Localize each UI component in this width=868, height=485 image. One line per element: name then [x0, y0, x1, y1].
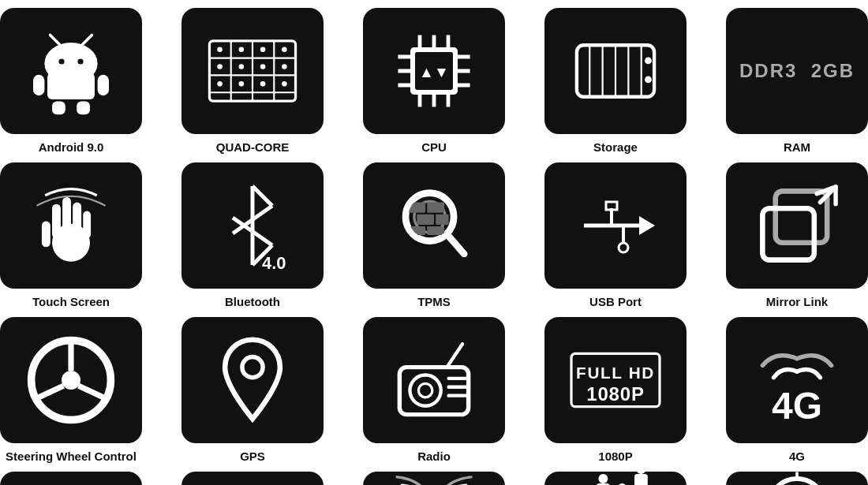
feature-row4-4 — [537, 472, 694, 485]
feature-ram: DDR3 2GB RAM — [718, 8, 868, 155]
svg-rect-80 — [776, 191, 827, 242]
feature-1080p: FULL HD 1080P 1080P — [537, 317, 694, 464]
svg-point-19 — [260, 47, 266, 52]
svg-point-20 — [282, 47, 287, 52]
svg-line-5 — [82, 35, 92, 44]
feature-4g: 4G 4G — [718, 317, 868, 464]
feature-steering-wheel: Steering Wheel Control — [0, 317, 150, 464]
svg-point-2 — [58, 58, 64, 64]
cpu-label: CPU — [421, 140, 447, 155]
svg-rect-81 — [762, 208, 814, 259]
row4-4-icon-box — [544, 472, 687, 485]
radio-icon-box — [363, 317, 505, 443]
svg-point-116 — [636, 472, 645, 474]
svg-text:FULL HD: FULL HD — [576, 364, 655, 382]
svg-point-79 — [619, 243, 628, 252]
svg-point-27 — [260, 81, 266, 87]
1080p-label: 1080P — [598, 450, 632, 464]
svg-rect-56 — [73, 203, 81, 239]
touch-screen-icon-box — [0, 162, 142, 289]
svg-point-86 — [62, 371, 80, 390]
android-label: Android 9.0 — [39, 140, 104, 155]
feature-tpms: TPMS — [355, 162, 513, 309]
svg-point-26 — [239, 81, 245, 87]
svg-line-97 — [447, 344, 462, 367]
svg-point-114 — [598, 474, 608, 483]
feature-row4-2 — [174, 472, 331, 485]
ram-text: DDR3 2GB — [739, 58, 855, 83]
svg-point-117 — [769, 479, 825, 485]
svg-point-3 — [77, 58, 83, 64]
row4-2-icon-box — [181, 472, 324, 485]
svg-rect-70 — [417, 215, 434, 225]
svg-rect-112 — [634, 474, 648, 485]
svg-point-17 — [217, 47, 223, 52]
android-icon-box — [0, 8, 142, 134]
svg-rect-9 — [77, 101, 90, 114]
feature-quad-core: QUAD-CORE — [174, 8, 331, 155]
steering-wheel-label: Steering Wheel Control — [6, 450, 137, 464]
svg-point-25 — [217, 81, 223, 87]
svg-text:1080P: 1080P — [586, 383, 644, 405]
svg-rect-1 — [47, 73, 95, 99]
storage-icon-box — [544, 8, 687, 134]
cpu-icon-box: ▲▼ — [363, 8, 505, 134]
feature-cpu: ▲▼ CPU — [355, 8, 513, 155]
quad-core-label: QUAD-CORE — [216, 140, 290, 155]
feature-row4-5 — [718, 472, 868, 485]
svg-line-89 — [79, 386, 107, 399]
feature-storage: Storage — [537, 8, 694, 155]
svg-line-4 — [51, 35, 60, 44]
usb-port-icon-box — [544, 162, 687, 289]
svg-point-24 — [282, 64, 287, 69]
feature-android: Android 9.0 — [0, 8, 150, 155]
svg-rect-8 — [52, 101, 65, 114]
feature-radio: Radio — [355, 317, 513, 464]
gps-label: GPS — [240, 450, 265, 464]
row4-5-icon-box — [726, 472, 868, 485]
svg-text:4G: 4G — [772, 385, 822, 427]
svg-point-50 — [645, 58, 652, 65]
svg-marker-75 — [639, 216, 655, 235]
4g-label: 4G — [789, 450, 805, 464]
4g-icon-box: 4G — [726, 317, 868, 443]
svg-rect-71 — [436, 215, 448, 225]
radio-label: Radio — [417, 450, 451, 464]
mirror-link-icon-box — [726, 162, 868, 289]
svg-rect-57 — [83, 211, 91, 238]
svg-rect-73 — [427, 226, 444, 235]
storage-label: Storage — [593, 140, 638, 155]
feature-usb-port: USB Port — [537, 162, 694, 309]
svg-point-90 — [242, 357, 263, 378]
steering-wheel-icon-box — [0, 317, 142, 443]
bluetooth-icon-box: 4.0 — [181, 162, 324, 289]
svg-point-18 — [239, 47, 245, 52]
row4-1-icon-box: ♪♪ — [0, 472, 142, 485]
svg-rect-7 — [98, 75, 109, 95]
svg-point-51 — [645, 76, 652, 84]
1080p-icon-box: FULL HD 1080P — [544, 317, 687, 443]
svg-point-22 — [239, 64, 245, 69]
feature-row4-3 — [355, 472, 513, 485]
svg-text:4.0: 4.0 — [262, 253, 286, 273]
gps-icon-box — [181, 317, 324, 443]
svg-point-93 — [418, 383, 432, 397]
tpms-label: TPMS — [417, 295, 451, 309]
bluetooth-label: Bluetooth — [225, 295, 280, 309]
feature-bluetooth: 4.0 Bluetooth — [174, 162, 331, 309]
svg-rect-6 — [33, 75, 44, 95]
features-grid: Android 9.0 — [0, 0, 868, 485]
tpms-icon-box — [363, 162, 505, 289]
row4-3-icon-box — [363, 472, 505, 485]
feature-touch-screen: Touch Screen — [0, 162, 150, 309]
ram-label: RAM — [784, 140, 810, 155]
svg-rect-69 — [427, 203, 444, 213]
touch-screen-label: Touch Screen — [32, 295, 110, 309]
feature-gps: GPS — [174, 317, 331, 464]
svg-point-23 — [260, 64, 266, 69]
svg-rect-77 — [606, 202, 617, 210]
svg-point-92 — [410, 375, 440, 405]
svg-line-88 — [35, 386, 63, 399]
svg-point-21 — [217, 64, 223, 69]
svg-rect-54 — [52, 204, 61, 239]
